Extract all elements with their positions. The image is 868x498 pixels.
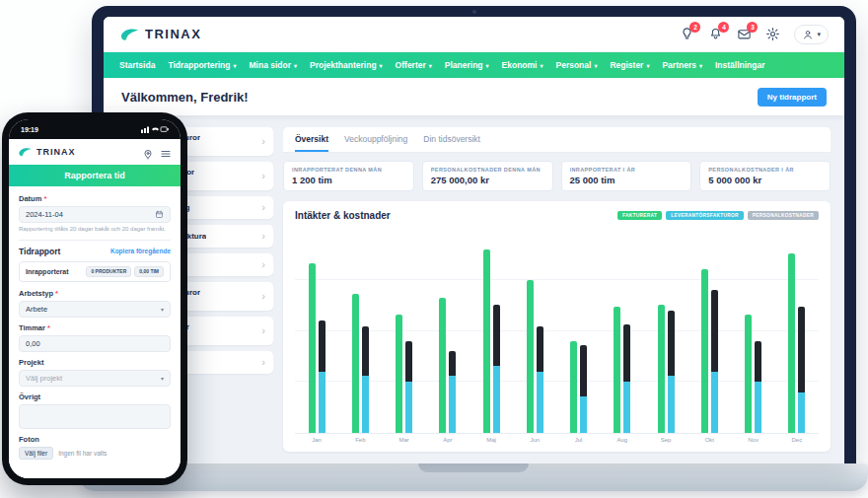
reported-badge: 0,00 TIM bbox=[134, 266, 164, 277]
arbetstyp-select[interactable]: Arbete ▾ bbox=[19, 301, 171, 318]
nav-item-label: Projekthantering bbox=[310, 60, 377, 70]
month-label: Sep bbox=[644, 437, 687, 443]
menu-icon[interactable] bbox=[160, 146, 172, 158]
chevron-down-icon: ▾ bbox=[234, 62, 237, 69]
chart-bar-group-aug bbox=[601, 229, 644, 433]
bar-stack bbox=[755, 229, 761, 433]
desktop-header: TRINAX 2 4 3 bbox=[104, 17, 844, 52]
report-time-form: Datum * 2024-11-04 Rapportering tillåts … bbox=[9, 186, 181, 478]
user-menu[interactable]: ▾ bbox=[794, 25, 829, 44]
tab-din-tidsöversikt[interactable]: Din tidsöversikt bbox=[423, 134, 480, 152]
nav-item-startsida[interactable]: Startsida bbox=[119, 60, 155, 70]
stat-value: 275 000,00 kr bbox=[431, 175, 544, 185]
status-time: 19:19 bbox=[21, 126, 38, 133]
file-upload-row: Välj filer Ingen fil har valts bbox=[19, 447, 171, 460]
chevron-right-icon: › bbox=[261, 357, 265, 368]
header-icons: 2 4 3 ▾ bbox=[680, 25, 829, 44]
mail-icon[interactable]: 3 bbox=[737, 27, 752, 41]
chevron-right-icon: › bbox=[261, 171, 265, 181]
bar-fakturerat bbox=[788, 253, 795, 433]
chart-bar-group-jun bbox=[513, 229, 556, 433]
chevron-down-icon: ▾ bbox=[380, 62, 383, 69]
copy-previous-link[interactable]: Kopiera föregående bbox=[110, 248, 171, 254]
legend-fakturerat: FAKTURERAT bbox=[617, 211, 662, 220]
datum-label: Datum * bbox=[19, 194, 171, 203]
bar-personalkostnader bbox=[668, 311, 675, 376]
month-label: Mar bbox=[383, 437, 426, 443]
timmar-input[interactable]: 0,00 bbox=[19, 335, 171, 352]
required-marker: * bbox=[47, 323, 50, 332]
chart-x-axis: JanFebMarAprMajJunJulAugSepOktNovDec bbox=[295, 434, 819, 446]
bar-leverantorsfakturor bbox=[623, 382, 630, 433]
report-time-banner: Rapportera tid bbox=[9, 165, 181, 186]
chevron-down-icon: ▾ bbox=[161, 375, 164, 382]
reported-badge: 0 PRODUKTER bbox=[86, 266, 131, 277]
datum-help-text: Rapportering tillåts 20 dagar bakåt och … bbox=[19, 226, 171, 234]
stat-label: INRAPPORTERAT I ÅR bbox=[570, 167, 684, 173]
mobile-app: 19:19 TRINAX bbox=[9, 119, 181, 478]
main-nav: StartsidaTidrapportering▾Mina sidor▾Proj… bbox=[104, 52, 844, 78]
nav-item-partners[interactable]: Partners▾ bbox=[662, 60, 702, 70]
nav-item-personal[interactable]: Personal▾ bbox=[555, 60, 597, 70]
webcam-dot bbox=[472, 10, 476, 14]
choose-files-button[interactable]: Välj filer bbox=[19, 447, 53, 460]
nav-item-planering[interactable]: Planering▾ bbox=[445, 60, 489, 70]
logo-text: TRINAX bbox=[145, 27, 201, 41]
trinax-swoosh-icon bbox=[119, 28, 140, 41]
chart-plot bbox=[295, 229, 819, 434]
projekt-select[interactable]: Välj projekt ▾ bbox=[19, 370, 171, 387]
month-label: Maj bbox=[470, 437, 513, 443]
notification-badge: 2 bbox=[689, 22, 700, 33]
chart-bar-group-jan bbox=[295, 229, 338, 433]
chevron-right-icon: › bbox=[261, 259, 265, 270]
bar-personalkostnader bbox=[711, 290, 718, 372]
nav-item-ekonomi[interactable]: Ekonomi▾ bbox=[502, 60, 543, 70]
phone-mockup: 19:19 TRINAX bbox=[2, 112, 187, 485]
chart-bar-group-apr bbox=[426, 229, 470, 433]
nav-item-register[interactable]: Register▾ bbox=[610, 60, 649, 70]
bar-fakturerat bbox=[658, 305, 665, 433]
nav-item-offerter[interactable]: Offerter▾ bbox=[396, 60, 432, 70]
ovrigt-textarea[interactable] bbox=[19, 404, 171, 429]
bar-stack bbox=[362, 229, 369, 433]
chevron-right-icon: › bbox=[261, 231, 265, 242]
bar-leverantorsfakturor bbox=[493, 366, 500, 433]
trinax-swoosh-icon bbox=[18, 147, 33, 157]
nav-item-tidrapportering[interactable]: Tidrapportering▾ bbox=[168, 60, 236, 70]
location-icon[interactable] bbox=[142, 146, 154, 158]
chevron-right-icon: › bbox=[261, 291, 265, 302]
bar-leverantorsfakturor bbox=[755, 382, 761, 433]
bar-stack bbox=[319, 229, 326, 433]
main-panel: ÖversiktVeckouppföljningDin tidsöversikt… bbox=[283, 127, 831, 452]
nav-item-mina-sidor[interactable]: Mina sidor▾ bbox=[250, 60, 298, 70]
chevron-down-icon: ▾ bbox=[161, 306, 164, 313]
stat-card-inrapporterat-denna-mån: INRAPPORTERAT DENNA MÅN1 200 tim bbox=[283, 161, 414, 191]
bar-fakturerat bbox=[701, 269, 708, 433]
bar-personalkostnader bbox=[755, 341, 761, 382]
bar-fakturerat bbox=[614, 307, 620, 433]
tab-översikt[interactable]: Översikt bbox=[295, 134, 328, 152]
divider bbox=[19, 240, 171, 241]
bar-stack bbox=[711, 229, 718, 433]
phone-header-icons bbox=[142, 146, 172, 158]
required-marker: * bbox=[55, 289, 58, 298]
idea-icon[interactable]: 2 bbox=[680, 27, 694, 41]
bar-leverantorsfakturor bbox=[711, 372, 718, 433]
gear-icon[interactable] bbox=[765, 27, 780, 41]
bar-personalkostnader bbox=[623, 324, 630, 382]
bell-icon[interactable]: 4 bbox=[708, 27, 723, 41]
nav-item-projekthantering[interactable]: Projekthantering▾ bbox=[310, 60, 383, 70]
tab-veckouppföljning[interactable]: Veckouppföljning bbox=[344, 134, 407, 152]
stage: TRINAX 2 4 3 bbox=[0, 0, 868, 498]
nav-item-inställningar[interactable]: Inställningar bbox=[715, 60, 765, 70]
bar-stack bbox=[449, 229, 456, 433]
chart-bar-group-dec bbox=[775, 229, 819, 433]
new-timereport-button[interactable]: Ny tidrapport bbox=[758, 88, 827, 107]
file-status-text: Ingen fil har valts bbox=[58, 450, 107, 457]
chart-bar-group-mar bbox=[383, 229, 426, 433]
datum-input[interactable]: 2024-11-04 bbox=[19, 206, 171, 223]
legend-leverantörsfakturor: LEVERANTÖRSFAKTUROR bbox=[666, 211, 744, 220]
bar-personalkostnader bbox=[405, 341, 412, 382]
month-label: Jun bbox=[513, 437, 556, 443]
welcome-bar: Välkommen, Fredrik! Ny tidrapport bbox=[104, 78, 844, 115]
